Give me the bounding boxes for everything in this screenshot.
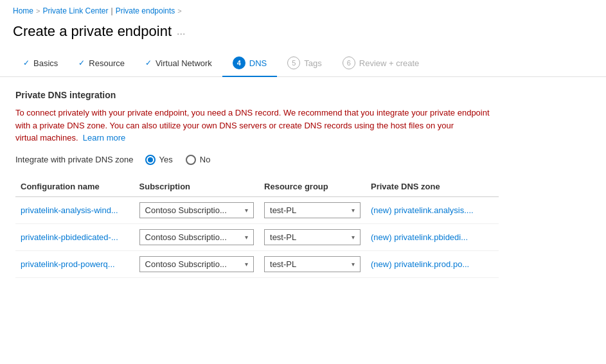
tab-resource-label: Resource — [89, 58, 125, 68]
subscription-dropdown[interactable]: Contoso Subscriptio... ▾ — [139, 229, 254, 245]
breadcrumb-pipe: | — [111, 6, 113, 15]
page-header: Create a private endpoint ... — [0, 19, 606, 50]
tab-tags-label: Tags — [304, 58, 321, 68]
subscription-chevron-icon: ▾ — [245, 234, 248, 241]
cell-config-name: privatelink-prod-powerq... — [15, 250, 134, 277]
subscription-value: Contoso Subscriptio... — [145, 205, 227, 215]
resource-group-value: test-PL — [270, 205, 296, 215]
resource-group-value: test-PL — [270, 259, 296, 269]
radio-yes[interactable]: Yes — [145, 155, 173, 165]
tags-step-circle: 5 — [287, 56, 300, 69]
col-header-dns-zone: Private DNS zone — [366, 178, 499, 197]
breadcrumb-sep1: > — [36, 7, 40, 15]
learn-more-link[interactable]: Learn more — [83, 133, 125, 143]
resource-group-dropdown[interactable]: test-PL ▾ — [264, 229, 361, 245]
subscription-chevron-icon: ▾ — [245, 261, 248, 268]
subscription-chevron-icon: ▾ — [245, 207, 248, 214]
resource-group-chevron-icon: ▾ — [352, 261, 355, 268]
wizard-tabs: ✓ Basics ✓ Resource ✓ Virtual Network 4 … — [0, 50, 606, 77]
radio-group: Yes No — [145, 155, 211, 165]
breadcrumb: Home > Private Link Center | Private end… — [0, 0, 606, 19]
dns-zone-value: (new) privatelink.analysis.... — [371, 205, 474, 215]
config-name-link[interactable]: privatelink-analysis-wind... — [21, 205, 118, 215]
subscription-value: Contoso Subscriptio... — [145, 259, 227, 269]
vnet-check-icon: ✓ — [145, 58, 152, 67]
cell-subscription: Contoso Subscriptio... ▾ — [134, 223, 259, 250]
section-title: Private DNS integration — [15, 90, 499, 100]
resource-group-chevron-icon: ▾ — [352, 234, 355, 241]
cell-resource-group: test-PL ▾ — [259, 223, 366, 250]
cell-subscription: Contoso Subscriptio... ▾ — [134, 250, 259, 277]
table-row: privatelink-pbidedicated-... Contoso Sub… — [15, 223, 499, 250]
radio-yes-circle[interactable] — [145, 155, 156, 165]
tab-tags[interactable]: 5 Tags — [277, 50, 332, 77]
cell-dns-zone: (new) privatelink.analysis.... — [366, 196, 499, 223]
page-title: Create a private endpoint — [13, 23, 172, 40]
resource-group-dropdown[interactable]: test-PL ▾ — [264, 256, 361, 272]
dns-integrate-row: Integrate with private DNS zone Yes No — [15, 155, 499, 165]
tab-review-create-label: Review + create — [359, 58, 420, 68]
tab-dns-label: DNS — [249, 58, 267, 68]
tab-review-create[interactable]: 6 Review + create — [332, 50, 430, 77]
cell-subscription: Contoso Subscriptio... ▾ — [134, 196, 259, 223]
breadcrumb-home[interactable]: Home — [13, 6, 33, 15]
cell-resource-group: test-PL ▾ — [259, 196, 366, 223]
resource-group-value: test-PL — [270, 232, 296, 242]
dns-step-circle: 4 — [233, 56, 245, 69]
breadcrumb-private-link[interactable]: Private Link Center — [42, 6, 108, 15]
tab-basics-label: Basics — [33, 58, 58, 68]
col-header-subscription: Subscription — [134, 178, 259, 197]
col-header-resource-group: Resource group — [259, 178, 366, 197]
dns-table: Configuration name Subscription Resource… — [15, 178, 499, 278]
radio-yes-label: Yes — [159, 155, 173, 164]
subscription-dropdown[interactable]: Contoso Subscriptio... ▾ — [139, 202, 254, 218]
radio-no-label: No — [200, 155, 211, 164]
radio-no[interactable]: No — [186, 155, 211, 165]
tab-basics[interactable]: ✓ Basics — [13, 52, 68, 76]
table-row: privatelink-analysis-wind... Contoso Sub… — [15, 196, 499, 223]
tab-dns[interactable]: 4 DNS — [222, 50, 277, 77]
dns-zone-value: (new) privatelink.prod.po... — [371, 259, 469, 269]
config-name-link[interactable]: privatelink-pbidedicated-... — [21, 232, 118, 242]
cell-config-name: privatelink-analysis-wind... — [15, 196, 134, 223]
resource-check-icon: ✓ — [78, 58, 85, 67]
col-header-config: Configuration name — [15, 178, 134, 197]
breadcrumb-private-endpoints[interactable]: Private endpoints — [116, 6, 175, 15]
radio-no-circle[interactable] — [186, 155, 196, 165]
cell-dns-zone: (new) privatelink.pbidedi... — [366, 223, 499, 250]
dns-option-label: Integrate with private DNS zone — [15, 155, 134, 164]
tab-virtual-network[interactable]: ✓ Virtual Network — [135, 52, 222, 76]
config-name-link[interactable]: privatelink-prod-powerq... — [21, 259, 115, 269]
dns-zone-value: (new) privatelink.pbidedi... — [371, 232, 468, 242]
basics-check-icon: ✓ — [23, 58, 30, 67]
cell-dns-zone: (new) privatelink.prod.po... — [366, 250, 499, 277]
subscription-dropdown[interactable]: Contoso Subscriptio... ▾ — [139, 256, 254, 272]
tab-virtual-network-label: Virtual Network — [156, 58, 212, 68]
review-step-circle: 6 — [343, 56, 355, 69]
table-row: privatelink-prod-powerq... Contoso Subsc… — [15, 250, 499, 277]
cell-config-name: privatelink-pbidedicated-... — [15, 223, 134, 250]
subscription-value: Contoso Subscriptio... — [145, 232, 227, 242]
resource-group-dropdown[interactable]: test-PL ▾ — [264, 202, 361, 218]
more-options-icon[interactable]: ... — [177, 26, 185, 37]
tab-resource[interactable]: ✓ Resource — [68, 52, 135, 76]
resource-group-chevron-icon: ▾ — [352, 207, 355, 214]
breadcrumb-sep2: > — [177, 7, 181, 15]
main-content: Private DNS integration To connect priva… — [0, 77, 514, 291]
cell-resource-group: test-PL ▾ — [259, 250, 366, 277]
info-text: To connect privately with your private e… — [15, 107, 499, 144]
